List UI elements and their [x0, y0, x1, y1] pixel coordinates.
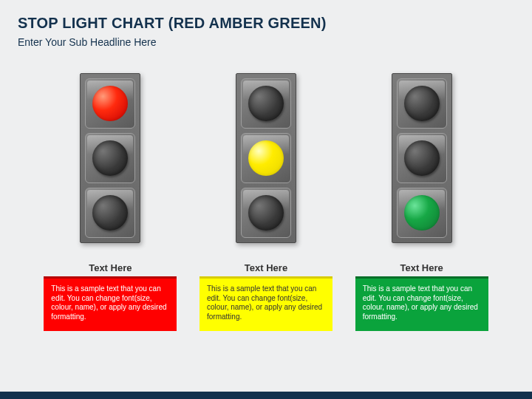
caption-title: Text Here	[400, 262, 443, 273]
page-title: Stop Light Chart (Red Amber Green)	[18, 15, 514, 32]
light-housing	[236, 73, 296, 243]
traffic-lights-row	[18, 73, 514, 243]
caption-box: This is a sample text that you can edit.…	[355, 276, 488, 331]
bulb-off-icon	[92, 140, 128, 176]
light-cell-top	[241, 78, 291, 129]
caption-col-yellow: Text Here This is a sample text that you…	[196, 262, 336, 331]
bulb-off-icon	[92, 195, 128, 231]
caption-box: This is a sample text that you can edit.…	[200, 276, 332, 331]
light-cell-mid	[241, 133, 291, 183]
traffic-light-red	[58, 73, 162, 243]
light-cell-top	[397, 78, 447, 129]
slide: Stop Light Chart (Red Amber Green) Enter…	[0, 0, 532, 399]
footer-bar	[0, 392, 532, 399]
light-cell-bot	[397, 188, 447, 238]
bulb-yellow-icon	[248, 140, 284, 176]
light-cell-mid	[85, 133, 135, 183]
page-subtitle: Enter Your Sub Headline Here	[18, 36, 514, 48]
bulb-off-icon	[248, 86, 284, 121]
bulb-red-icon	[92, 86, 128, 121]
caption-box: This is a sample text that you can edit.…	[44, 276, 177, 331]
traffic-light-amber	[214, 73, 318, 243]
bulb-green-icon	[404, 195, 440, 231]
bulb-off-icon	[404, 140, 440, 176]
caption-title: Text Here	[89, 262, 132, 273]
bulb-off-icon	[404, 86, 440, 121]
caption-col-green: Text Here This is a sample text that you…	[352, 262, 492, 331]
bulb-off-icon	[248, 195, 284, 231]
traffic-light-green	[370, 73, 474, 243]
caption-col-red: Text Here This is a sample text that you…	[40, 262, 180, 331]
captions-row: Text Here This is a sample text that you…	[18, 262, 514, 331]
caption-title: Text Here	[245, 262, 287, 273]
light-housing	[392, 73, 452, 243]
light-housing	[80, 73, 140, 243]
light-cell-mid	[397, 133, 447, 183]
light-cell-bot	[241, 188, 291, 238]
light-cell-top	[85, 78, 135, 129]
light-cell-bot	[85, 188, 135, 238]
